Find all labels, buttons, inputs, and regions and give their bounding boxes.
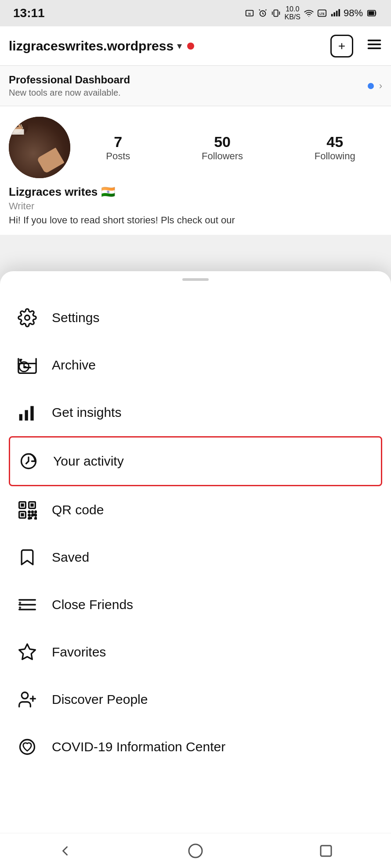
archive-icon bbox=[16, 354, 39, 377]
menu-item-close-friends[interactable]: Close Friends bbox=[0, 581, 391, 628]
menu-item-activity[interactable]: Your activity bbox=[9, 436, 382, 486]
svg-text:N: N bbox=[249, 12, 251, 16]
covid-label: COVID-19 Information Center bbox=[52, 739, 225, 754]
posts-label: Posts bbox=[106, 151, 130, 162]
svg-point-30 bbox=[25, 316, 30, 320]
posts-stat[interactable]: 7 Posts bbox=[106, 133, 130, 162]
activity-label: Your activity bbox=[53, 454, 124, 469]
avatar[interactable] bbox=[9, 117, 70, 178]
avatar-illustration bbox=[9, 117, 28, 136]
blue-dot bbox=[368, 83, 374, 89]
svg-text:LTE: LTE bbox=[319, 12, 325, 15]
menu-item-archive[interactable]: Archive bbox=[0, 341, 391, 389]
status-icons: N 10.0KB/S LTE bbox=[245, 5, 378, 21]
svg-rect-40 bbox=[30, 503, 33, 506]
battery-text: 98% bbox=[344, 7, 363, 19]
recents-button[interactable] bbox=[313, 838, 339, 864]
followers-stat[interactable]: 50 Followers bbox=[202, 133, 243, 162]
svg-line-6 bbox=[266, 10, 267, 11]
svg-rect-13 bbox=[331, 14, 333, 17]
pro-banner-subtitle: New tools are now available. bbox=[9, 88, 130, 98]
avatar-image bbox=[9, 117, 70, 178]
archive-label: Archive bbox=[52, 358, 96, 373]
battery-icon bbox=[366, 8, 378, 18]
close-friends-label: Close Friends bbox=[52, 597, 133, 612]
menu-item-discover[interactable]: Discover People bbox=[0, 676, 391, 723]
dropdown-icon[interactable]: ▾ bbox=[177, 40, 182, 52]
svg-rect-34 bbox=[25, 410, 28, 421]
profile-bio: Hi! If you love to read short stories! P… bbox=[9, 215, 382, 226]
svg-rect-18 bbox=[369, 11, 374, 15]
posts-count: 7 bbox=[106, 133, 130, 151]
status-bar: 13:11 N 10.0KB/S bbox=[0, 0, 391, 26]
menu-item-insights[interactable]: Get insights bbox=[0, 389, 391, 436]
insights-label: Get insights bbox=[52, 405, 121, 420]
bottom-nav bbox=[0, 833, 391, 868]
svg-point-56 bbox=[29, 517, 30, 519]
menu-item-settings[interactable]: Settings bbox=[0, 294, 391, 341]
discover-icon bbox=[16, 688, 39, 711]
pro-banner-title: Professional Dashboard bbox=[9, 74, 130, 86]
svg-point-57 bbox=[35, 517, 36, 519]
nav-actions: + bbox=[330, 35, 382, 57]
discover-label: Discover People bbox=[52, 692, 148, 707]
new-post-button[interactable]: + bbox=[330, 35, 353, 57]
notification-dot bbox=[187, 43, 194, 50]
svg-point-68 bbox=[189, 844, 202, 857]
profile-top: 7 Posts 50 Followers 45 Following bbox=[9, 117, 382, 178]
settings-label: Settings bbox=[52, 310, 99, 325]
menu-item-favorites[interactable]: Favorites bbox=[0, 628, 391, 676]
covid-icon bbox=[16, 735, 39, 758]
svg-point-67 bbox=[20, 740, 35, 754]
svg-point-64 bbox=[22, 692, 28, 699]
svg-point-52 bbox=[35, 511, 36, 513]
lte-icon: LTE bbox=[317, 8, 327, 18]
stats-row: 7 Posts 50 Followers 45 Following bbox=[79, 133, 382, 162]
top-nav: lizgraceswrites.wordpress ▾ + bbox=[0, 26, 391, 66]
svg-rect-7 bbox=[274, 10, 278, 17]
svg-rect-33 bbox=[19, 414, 22, 421]
svg-rect-42 bbox=[21, 513, 24, 516]
vibrate-icon bbox=[271, 8, 281, 18]
wifi-icon bbox=[304, 8, 314, 18]
svg-marker-63 bbox=[19, 644, 36, 660]
bottom-sheet: Settings Archive Get insi bbox=[0, 271, 391, 868]
svg-point-50 bbox=[29, 511, 30, 513]
svg-marker-61 bbox=[18, 601, 22, 604]
favorites-icon bbox=[16, 641, 39, 664]
menu-button[interactable] bbox=[366, 36, 382, 56]
following-label: Following bbox=[315, 151, 355, 162]
hamburger-icon bbox=[366, 36, 382, 52]
signal-icon bbox=[330, 8, 340, 18]
account-name[interactable]: lizgraceswrites.wordpress bbox=[9, 39, 174, 54]
following-stat[interactable]: 45 Following bbox=[315, 133, 355, 162]
svg-rect-69 bbox=[321, 846, 331, 856]
qr-icon bbox=[16, 499, 39, 521]
svg-line-5 bbox=[259, 10, 260, 11]
menu-item-saved[interactable]: Saved bbox=[0, 534, 391, 581]
back-button[interactable] bbox=[52, 838, 78, 864]
svg-rect-35 bbox=[30, 406, 33, 420]
followers-label: Followers bbox=[202, 151, 243, 162]
favorites-label: Favorites bbox=[52, 645, 106, 660]
svg-rect-14 bbox=[333, 12, 335, 16]
status-time: 13:11 bbox=[13, 6, 45, 20]
menu-item-covid[interactable]: COVID-19 Information Center bbox=[0, 723, 391, 771]
profile-section: 7 Posts 50 Followers 45 Following Lizgra… bbox=[0, 106, 391, 235]
profile-name: Lizgraces writes 🇮🇳 bbox=[9, 185, 382, 199]
svg-point-10 bbox=[308, 16, 309, 17]
following-count: 45 bbox=[315, 133, 355, 151]
svg-rect-15 bbox=[336, 11, 338, 17]
qrcode-label: QR code bbox=[52, 502, 104, 517]
pro-dashboard-banner[interactable]: Professional Dashboard New tools are now… bbox=[0, 66, 391, 106]
activity-icon bbox=[17, 450, 40, 473]
home-button[interactable] bbox=[182, 838, 209, 864]
insights-icon bbox=[16, 401, 39, 424]
svg-rect-16 bbox=[338, 9, 340, 17]
chevron-right-icon: › bbox=[379, 80, 382, 92]
menu-item-qrcode[interactable]: QR code bbox=[0, 486, 391, 534]
svg-point-53 bbox=[29, 514, 30, 516]
flag-emoji: 🇮🇳 bbox=[101, 185, 115, 198]
profile-role: Writer bbox=[9, 201, 382, 212]
speed-icon: 10.0KB/S bbox=[284, 5, 300, 21]
